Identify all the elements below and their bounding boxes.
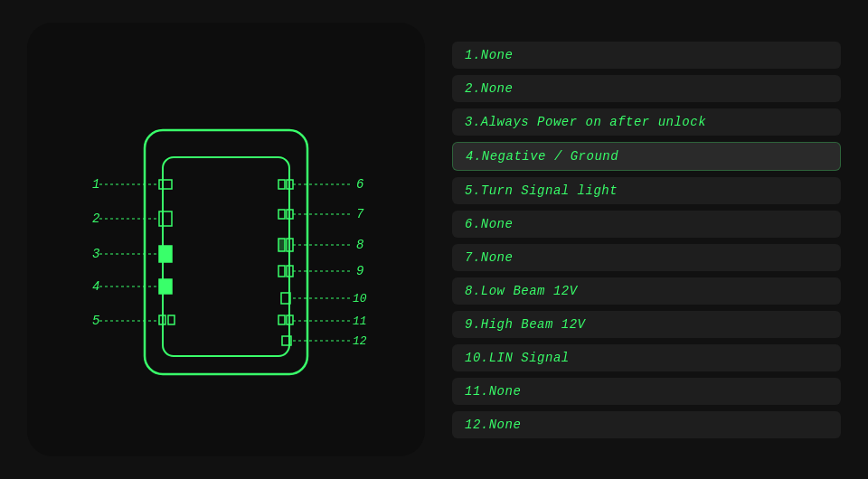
- right-panel: 1.None2.None3.Always Power on after unlo…: [452, 23, 841, 456]
- svg-text:5: 5: [92, 314, 100, 328]
- pin-row-4: 4.Negative / Ground: [452, 142, 841, 171]
- svg-text:10: 10: [353, 292, 367, 305]
- svg-text:9: 9: [356, 264, 363, 278]
- svg-text:3: 3: [92, 247, 99, 261]
- svg-rect-5: [159, 279, 172, 294]
- svg-text:7: 7: [356, 207, 364, 221]
- left-panel: 1 2 3 4 5 6 7 8 9 10 11 12: [27, 23, 425, 456]
- pin-row-9: 9.High Beam 12V: [452, 311, 841, 338]
- svg-rect-2: [159, 180, 172, 189]
- svg-rect-17: [278, 315, 285, 324]
- pin-row-8: 8.Low Beam 12V: [452, 277, 841, 305]
- svg-rect-12: [278, 239, 285, 251]
- connector-area: 1 2 3 4 5 6 7 8 9 10 11 12: [36, 57, 416, 447]
- svg-rect-8: [278, 180, 285, 189]
- pin-row-1: 1.None: [452, 42, 841, 69]
- svg-rect-1: [163, 157, 289, 356]
- pin-row-2: 2.None: [452, 75, 841, 102]
- svg-text:8: 8: [356, 238, 363, 252]
- svg-text:1: 1: [92, 177, 99, 192]
- pin-row-12: 12.None: [452, 411, 841, 438]
- svg-rect-10: [278, 210, 285, 219]
- svg-rect-3: [159, 211, 172, 226]
- pin-row-7: 7.None: [452, 244, 841, 271]
- svg-rect-14: [278, 266, 285, 277]
- svg-text:6: 6: [356, 177, 363, 192]
- main-container: 1 2 3 4 5 6 7 8 9 10 11 12 1.None2.None3…: [0, 0, 868, 479]
- pin-row-3: 3.Always Power on after unlock: [452, 108, 841, 136]
- svg-text:4: 4: [92, 279, 99, 294]
- pin-row-10: 10.LIN Signal: [452, 344, 841, 371]
- pin-row-11: 11.None: [452, 378, 841, 405]
- pin-row-6: 6.None: [452, 211, 841, 238]
- connector-diagram: 1 2 3 4 5 6 7 8 9 10 11 12: [72, 112, 380, 392]
- svg-rect-4: [159, 246, 172, 262]
- svg-text:11: 11: [353, 315, 367, 328]
- pin-row-5: 5.Turn Signal light: [452, 177, 841, 204]
- svg-text:12: 12: [353, 334, 367, 348]
- svg-text:2: 2: [92, 211, 99, 226]
- svg-rect-7: [168, 315, 175, 324]
